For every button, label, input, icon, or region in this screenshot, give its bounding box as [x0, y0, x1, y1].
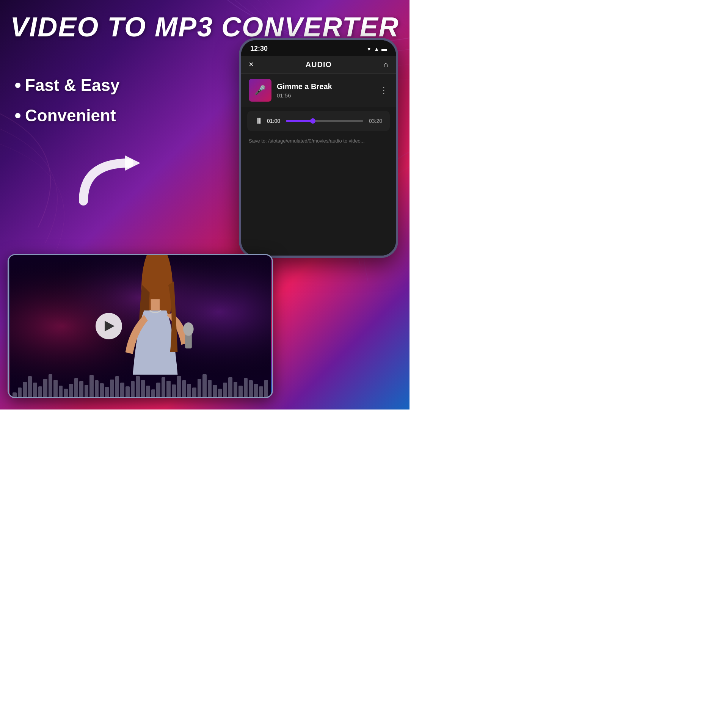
svg-marker-0 [125, 155, 140, 171]
eq-bar [53, 380, 58, 397]
eq-bar [249, 380, 253, 397]
play-pause-button[interactable]: ⏸ [255, 116, 263, 126]
eq-bar [43, 379, 47, 397]
wifi-icon: ▼ [366, 46, 372, 52]
eq-bar [238, 386, 243, 397]
phone-screen: 12:30 ▼ ▲ ▬ × AUDIO ⌂ 🎤 Gimme a Brea [241, 40, 396, 256]
video-background [9, 255, 272, 397]
eq-bar [13, 392, 17, 397]
eq-bar [136, 376, 140, 397]
eq-bar [89, 375, 94, 397]
progress-fill [286, 120, 313, 122]
time-current: 01:00 [267, 118, 282, 124]
eq-bar [85, 385, 89, 397]
player-bar: ⏸ 01:00 03:20 [247, 111, 390, 131]
eq-bar [120, 383, 124, 397]
battery-icon: ▬ [381, 46, 387, 52]
eq-bar [166, 381, 171, 397]
eq-bar [182, 380, 186, 397]
eq-bar [162, 377, 166, 397]
progress-track[interactable] [286, 120, 363, 122]
eq-bar [264, 380, 268, 397]
eq-bar [64, 389, 68, 397]
track-title: Gimme a Break [277, 82, 374, 91]
eq-bar [192, 388, 196, 397]
status-time: 12:30 [250, 45, 268, 53]
eq-bar [141, 380, 145, 397]
eq-bar [126, 386, 130, 397]
eq-bar [218, 389, 222, 397]
eq-bar [49, 374, 53, 397]
status-bar: 12:30 ▼ ▲ ▬ [241, 40, 396, 56]
eq-bar [115, 376, 119, 397]
eq-bar [228, 377, 232, 397]
eq-bar [244, 378, 248, 397]
eq-bar [69, 384, 73, 397]
arrow-container [76, 148, 144, 210]
features-list: Fast & Easy Convenient [15, 76, 119, 136]
feature-text-1: Fast & Easy [25, 76, 119, 95]
eq-bar [223, 383, 227, 397]
play-triangle-icon [105, 321, 115, 331]
eq-bar [187, 384, 191, 397]
video-play-button[interactable] [96, 313, 122, 339]
track-thumbnail: 🎤 [249, 79, 271, 102]
eq-bar [254, 384, 258, 397]
eq-bar [100, 383, 104, 397]
eq-bar [156, 383, 160, 397]
eq-bar [234, 382, 238, 397]
bullet-2 [15, 113, 20, 118]
track-row: 🎤 Gimme a Break 01:56 ⋮ [241, 74, 396, 107]
app-header-title: AUDIO [306, 60, 332, 69]
signal-icon: ▲ [374, 46, 379, 52]
eq-bar [177, 376, 181, 397]
bullet-1 [15, 83, 20, 88]
equalizer [9, 374, 272, 397]
feature-item-2: Convenient [15, 106, 119, 125]
time-total: 03:20 [367, 118, 382, 124]
eq-bar [259, 386, 263, 397]
eq-bar [202, 374, 207, 397]
status-icons: ▼ ▲ ▬ [366, 46, 387, 52]
progress-thumb [310, 118, 315, 124]
eq-bar [131, 381, 135, 397]
eq-bar [208, 380, 212, 397]
eq-bar [151, 389, 155, 397]
home-button[interactable]: ⌂ [384, 60, 388, 69]
eq-bar [172, 384, 176, 397]
thumb-figure: 🎤 [254, 85, 266, 96]
svg-point-9 [183, 322, 194, 336]
main-background: VIDEO TO MP3 CONVERTER Fast & Easy Conve… [0, 0, 410, 410]
eq-bar [146, 386, 150, 397]
eq-bar [213, 385, 217, 397]
track-menu-button[interactable]: ⋮ [379, 85, 388, 96]
video-player [8, 254, 273, 398]
eq-bar [23, 382, 27, 397]
feature-item-1: Fast & Easy [15, 76, 119, 95]
close-button[interactable]: × [249, 60, 254, 69]
eq-bar [198, 379, 202, 397]
eq-bar [95, 380, 99, 397]
svg-rect-7 [151, 299, 160, 311]
feature-text-2: Convenient [25, 106, 116, 125]
eq-bar [110, 380, 114, 397]
track-duration: 01:56 [277, 92, 374, 99]
player-controls: ⏸ 01:00 03:20 [255, 116, 382, 126]
track-info: Gimme a Break 01:56 [277, 82, 374, 99]
phone-mockup: 12:30 ▼ ▲ ▬ × AUDIO ⌂ 🎤 Gimme a Brea [239, 38, 398, 258]
eq-bar [38, 386, 42, 397]
save-path: Save to: /stotage/emulated/0/movies/audi… [241, 135, 396, 149]
eq-bar [59, 386, 63, 397]
eq-bar [105, 387, 109, 397]
eq-bar [18, 388, 22, 397]
eq-bar [79, 381, 83, 397]
app-header: × AUDIO ⌂ [241, 56, 396, 74]
eq-bar [74, 378, 78, 397]
eq-bar [28, 376, 32, 397]
eq-bar [33, 383, 37, 397]
